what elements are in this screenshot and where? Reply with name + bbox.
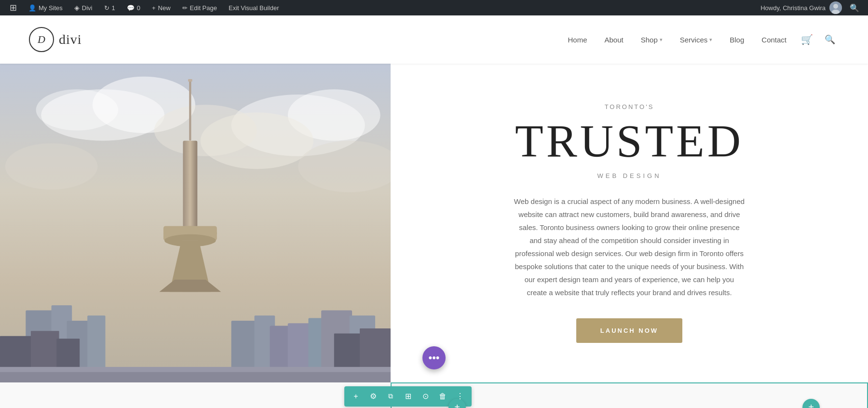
svg-point-11 [5, 143, 98, 190]
vb-dots-icon: ••• [428, 352, 439, 364]
admin-bar: ⊞ 👤 My Sites ◈ Divi ↻ 1 💬 0 + New ✏ Edit… [0, 0, 868, 15]
services-chevron-icon: ▾ [709, 37, 712, 43]
nav-contact[interactable]: Contact [755, 32, 793, 48]
site-logo[interactable]: D divi [29, 27, 82, 52]
hero-image-col [0, 64, 391, 382]
add-col-left-icon: + [454, 402, 460, 408]
my-sites-icon: 👤 [28, 4, 36, 12]
add-column-right-button[interactable]: + [802, 399, 820, 408]
toolbar-settings-button[interactable]: ⚙ [366, 389, 381, 404]
avatar [829, 1, 842, 14]
toolbar-add-button[interactable]: + [348, 389, 364, 404]
vb-dots-button[interactable]: ••• [422, 346, 446, 369]
toolbar-layout-icon: ⊞ [405, 392, 411, 401]
comments-link[interactable]: 💬 0 [122, 0, 145, 15]
site-header: D divi Home About Shop ▾ Services ▾ Blog… [0, 15, 868, 64]
vb-overlay: ••• [422, 346, 446, 369]
hero-bottom-label: WEB DESIGN [597, 172, 661, 179]
admin-search-icon[interactable]: 🔍 [846, 3, 863, 13]
wordpress-icon-link[interactable]: ⊞ [5, 0, 22, 15]
nav-search-icon[interactable]: 🔍 [821, 30, 839, 49]
shop-chevron-icon: ▾ [660, 37, 663, 43]
toolbar-disable-icon: ⊙ [422, 392, 429, 401]
exit-visual-builder-label: Exit Visual Builder [229, 4, 279, 12]
svg-rect-13 [189, 79, 191, 141]
hero-text-col: TORONTO'S TRUSTED WEB DESIGN Web design … [391, 64, 868, 382]
svg-rect-14 [188, 79, 192, 82]
comments-count: 0 [137, 4, 140, 12]
nav-shop[interactable]: Shop ▾ [634, 32, 669, 48]
toolbar-add-icon: + [353, 392, 358, 401]
hero-top-label: TORONTO'S [605, 103, 654, 110]
site-nav: Home About Shop ▾ Services ▾ Blog Contac… [561, 30, 839, 49]
svg-rect-15 [183, 141, 197, 233]
toolbar-duplicate-button[interactable]: ⧉ [383, 389, 398, 404]
edit-icon: ✏ [182, 4, 188, 12]
updates-count: 1 [112, 4, 115, 12]
admin-bar-right: Howdy, Christina Gwira 🔍 [760, 1, 863, 14]
my-sites-label: My Sites [39, 4, 63, 12]
hero-section: TORONTO'S TRUSTED WEB DESIGN Web design … [0, 64, 868, 382]
my-sites-link[interactable]: 👤 My Sites [24, 0, 68, 15]
updates-icon: ↻ [104, 4, 109, 12]
toolbar-layout-button[interactable]: ⊞ [400, 389, 416, 404]
svg-point-10 [154, 105, 257, 156]
plus-icon: + [152, 4, 156, 12]
nav-home[interactable]: Home [561, 32, 594, 48]
divi-icon: ◈ [74, 4, 80, 12]
toolbar-delete-icon: 🗑 [439, 392, 447, 401]
toolbar-settings-icon: ⚙ [370, 392, 377, 401]
new-label: New [158, 4, 171, 12]
divi-label: Divi [82, 4, 93, 12]
divi-link[interactable]: ◈ Divi [69, 0, 97, 15]
add-col-right-icon: + [808, 402, 814, 408]
launch-now-button[interactable]: LAUNCH NOW [576, 318, 682, 343]
edit-page-label: Edit Page [190, 4, 217, 12]
bottom-row-area: + ⚙ ⧉ ⊞ ⊙ 🗑 ⋮ [0, 382, 868, 408]
comments-icon: 💬 [127, 4, 135, 12]
admin-bar-left: ⊞ 👤 My Sites ◈ Divi ↻ 1 💬 0 + New ✏ Edit… [5, 0, 760, 15]
hero-image [0, 64, 391, 382]
toolbar-duplicate-icon: ⧉ [388, 392, 393, 400]
hero-title: TRUSTED [515, 118, 744, 164]
svg-rect-37 [0, 372, 391, 382]
updates-link[interactable]: ↻ 1 [99, 0, 120, 15]
cart-icon[interactable]: 🛒 [797, 30, 817, 49]
toolbar-disable-button[interactable]: ⊙ [418, 389, 433, 404]
wordpress-icon: ⊞ [10, 2, 17, 13]
logo-letter: D [38, 33, 45, 46]
edit-page-link[interactable]: ✏ Edit Page [177, 0, 222, 15]
howdy-text: Howdy, Christina Gwira [760, 4, 826, 12]
exit-visual-builder-link[interactable]: Exit Visual Builder [224, 0, 284, 15]
hero-description: Web design is a crucial aspect of any mo… [514, 195, 745, 299]
svg-point-1 [833, 4, 838, 9]
nav-about[interactable]: About [597, 32, 630, 48]
new-link[interactable]: + New [147, 0, 176, 15]
nav-services[interactable]: Services ▾ [673, 32, 719, 48]
svg-point-6 [36, 89, 119, 130]
nav-blog[interactable]: Blog [723, 32, 751, 48]
toolbar-delete-button[interactable]: 🗑 [435, 389, 450, 404]
logo-circle: D [29, 27, 54, 52]
logo-text: divi [59, 32, 82, 47]
